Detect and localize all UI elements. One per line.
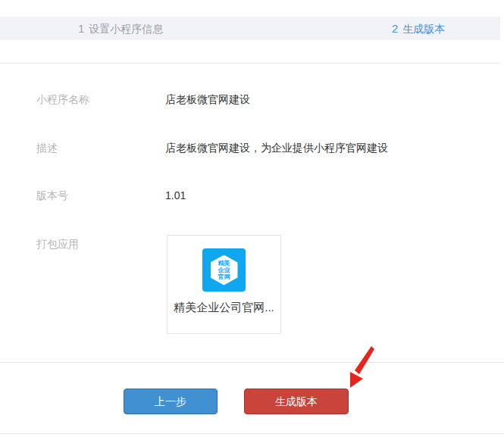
field-value-description: 店老板微官网建设，为企业提供小程序官网建设: [165, 142, 388, 155]
wizard-step-bar: 1设置小程序信息 2生成版本: [0, 17, 500, 40]
page-bottom-divider: [0, 433, 504, 434]
hexagon-icon-text: 企业: [218, 267, 230, 273]
field-label-name: 小程序名称: [36, 93, 89, 107]
header-divider: [0, 63, 500, 64]
field-value-name: 店老板微官网建设: [165, 93, 250, 107]
packaged-app-card[interactable]: 精美 企业 官网 精美企业公司官网...: [167, 235, 281, 334]
hexagon-icon-text: 官网: [218, 273, 230, 280]
step-number: 2: [392, 22, 398, 35]
generate-version-button[interactable]: 生成版本: [244, 389, 349, 414]
field-label-version: 版本号: [36, 189, 68, 203]
step-label: 设置小程序信息: [89, 23, 163, 35]
step-number: 1: [78, 22, 84, 35]
red-arrow-icon: [341, 345, 379, 390]
field-label-description: 描述: [36, 142, 58, 155]
hexagon-icon-text: 精美: [218, 260, 230, 267]
app-name: 精美企业公司官网...: [174, 301, 274, 315]
field-value-version: 1.01: [165, 189, 186, 201]
hexagon-icon: 精美 企业 官网: [211, 255, 238, 286]
app-icon: 精美 企业 官网: [202, 248, 246, 292]
previous-step-button[interactable]: 上一步: [124, 389, 218, 414]
field-label-packaged-app: 打包应用: [36, 238, 79, 251]
step-generate-version[interactable]: 2生成版本: [392, 17, 445, 40]
footer-divider: [0, 362, 504, 363]
step-set-miniprogram-info[interactable]: 1设置小程序信息: [78, 17, 163, 40]
step-label: 生成版本: [402, 23, 445, 35]
